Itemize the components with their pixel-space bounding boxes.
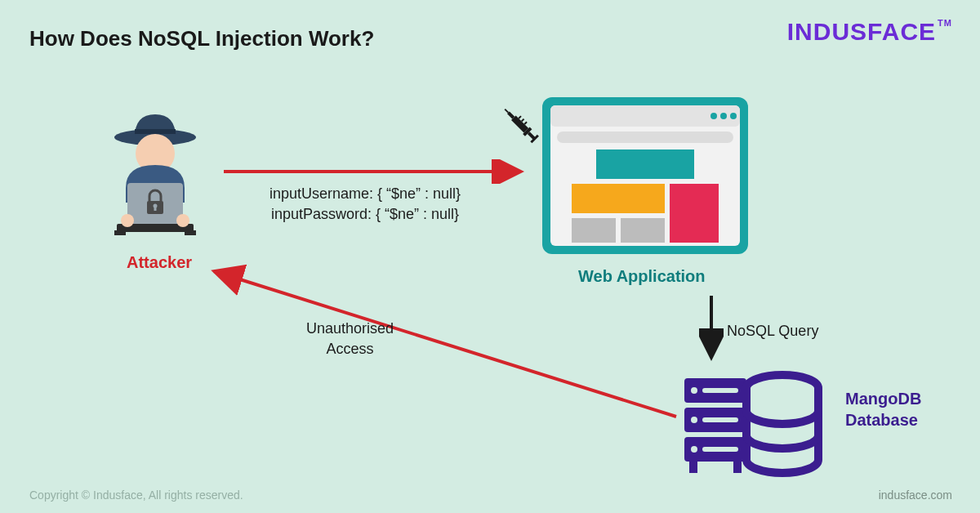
svg-point-25 (720, 113, 727, 119)
database-label: MangoDBDatabase (845, 388, 921, 430)
syringe-icon (497, 100, 546, 149)
unauthorised-access-label: UnauthorisedAccess (306, 319, 394, 359)
svg-rect-43 (702, 447, 738, 452)
svg-point-26 (730, 113, 737, 119)
attacker-icon (90, 106, 220, 240)
svg-point-38 (691, 387, 697, 394)
arrow-database-to-attacker (204, 261, 686, 425)
svg-rect-31 (572, 218, 616, 243)
arrow-attacker-to-webapp (220, 159, 531, 184)
brand-logo: INDUSFACETM (787, 18, 952, 46)
svg-rect-11 (185, 230, 196, 235)
svg-point-9 (176, 214, 189, 227)
svg-point-42 (691, 446, 697, 453)
svg-point-8 (121, 214, 134, 227)
diagram-title: How Does NoSQL Injection Work? (29, 26, 374, 51)
svg-line-20 (524, 122, 527, 124)
svg-line-18 (519, 116, 521, 118)
nosql-query-label: NoSQL Query (727, 323, 818, 340)
svg-rect-30 (670, 184, 719, 243)
site-link: indusface.com (879, 488, 952, 502)
svg-rect-10 (114, 230, 126, 235)
svg-point-40 (691, 417, 697, 423)
svg-rect-29 (572, 184, 665, 213)
svg-rect-37 (733, 462, 742, 473)
svg-rect-41 (702, 417, 738, 422)
svg-rect-27 (557, 132, 733, 143)
injection-payload: inputUsername: { “$ne” : null}inputPassw… (270, 184, 461, 225)
svg-rect-32 (621, 218, 665, 243)
database-icon (678, 364, 825, 486)
brand-text: INDUSFACE (787, 18, 936, 45)
svg-point-24 (710, 113, 717, 119)
svg-line-14 (505, 109, 508, 113)
arrow-webapp-to-database (699, 294, 724, 368)
svg-rect-28 (596, 149, 694, 179)
svg-rect-7 (154, 206, 157, 211)
copyright-text: Copyright © Indusface, All rights reserv… (29, 488, 243, 502)
svg-line-19 (522, 119, 524, 122)
svg-line-47 (214, 271, 676, 417)
svg-rect-39 (702, 388, 738, 393)
svg-rect-1 (135, 129, 176, 134)
brand-tm: TM (938, 18, 952, 28)
svg-rect-36 (689, 462, 697, 473)
web-application-icon (539, 94, 751, 257)
attacker-label: Attacker (127, 253, 192, 272)
